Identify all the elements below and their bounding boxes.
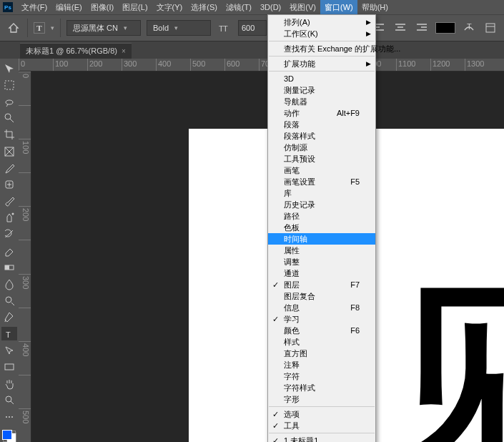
svg-rect-13 [5,364,14,370]
font-family-select[interactable]: 思源黑体 CN▾ [66,20,141,36]
menu-item[interactable]: 3D [268,73,375,84]
rectangle-tool[interactable] [1,360,17,373]
menu-item[interactable]: 属性 [268,245,375,256]
svg-point-15 [6,416,7,418]
crop-tool[interactable] [1,128,17,142]
menubar-item[interactable]: 图层(L) [118,0,152,14]
ruler-horizontal[interactable]: 0100200300400500600700800900100011001200… [19,59,504,72]
quick-select-tool[interactable] [1,112,17,125]
font-family-value: 思源黑体 CN [73,23,118,34]
align-center-button[interactable] [392,20,408,36]
warp-text-button[interactable]: T [461,20,477,36]
menu-item[interactable]: 图层F7✓ [268,279,375,290]
menu-item[interactable]: 图层复合 [268,290,375,302]
type-tool[interactable]: T [1,327,17,340]
menu-item[interactable]: 历史记录 [268,199,375,210]
menu-item[interactable]: 信息F8 [268,302,375,313]
menubar-item[interactable]: 文字(Y) [152,0,187,14]
menu-item[interactable]: 字符 [268,370,375,382]
menu-item[interactable]: 段落 [268,119,375,130]
blur-tool[interactable] [1,277,17,290]
menu-item[interactable]: 直方图 [268,348,375,359]
menubar: Ps 文件(F)编辑(E)图像(I)图层(L)文字(Y)选择(S)滤镜(T)3D… [0,0,504,14]
close-icon[interactable]: × [122,47,126,55]
home-button[interactable] [6,20,21,36]
menu-item[interactable]: 样式 [268,336,375,348]
gradient-tool[interactable] [1,260,17,274]
hand-tool[interactable] [1,377,17,391]
eyedropper-tool[interactable] [1,161,17,175]
svg-point-5 [5,114,11,119]
font-weight-select[interactable]: Bold▾ [147,20,211,36]
menubar-item[interactable]: 3D(D) [256,0,285,14]
text-color-swatch[interactable] [435,22,455,34]
path-select-tool[interactable] [1,343,17,357]
menu-item[interactable]: 调整 [268,256,375,267]
type-tool-indicator[interactable]: T [34,22,45,34]
menu-item[interactable]: 扩展功能▶ [268,58,375,69]
menu-item[interactable]: 画笔 [268,164,375,176]
menu-item[interactable]: 字形 [268,393,375,405]
move-tool[interactable] [1,62,17,75]
menubar-item[interactable]: 编辑(E) [51,0,87,14]
menu-item[interactable]: 导航器 [268,96,375,107]
menu-item[interactable]: 测量记录 [268,84,375,96]
svg-point-14 [6,396,11,402]
menu-item[interactable]: 段落样式 [268,130,375,142]
menubar-item[interactable]: 文件(F) [17,0,51,14]
ruler-vertical[interactable]: 0100200300400500 [19,72,31,442]
tool-preset-chevron[interactable]: ▾ [51,24,54,31]
menu-item[interactable]: 查找有关 Exchange 的扩展功能... [268,43,375,54]
menu-item[interactable]: 库 [268,187,375,199]
menubar-item[interactable]: 图像(I) [87,0,118,14]
menu-item[interactable]: 时间轴 [268,233,375,245]
menu-item[interactable]: 1 未标题1✓ [268,435,375,442]
edit-toolbar-tool[interactable] [1,410,17,423]
menubar-item[interactable]: 窗口(W) [320,0,357,14]
menubar-item[interactable]: 滤镜(T) [222,0,256,14]
zoom-tool[interactable] [1,393,17,407]
menu-item[interactable]: 注释 [268,359,375,370]
menu-item[interactable]: 颜色F6 [268,325,375,336]
document-tab[interactable]: 未标题1 @ 66.7%(RGB/8) × [20,43,132,59]
menu-item[interactable]: 学习✓ [268,313,375,325]
dodge-tool[interactable] [1,294,17,308]
svg-rect-4 [5,81,14,89]
menu-item[interactable]: 排列(A)▶ [268,16,375,28]
pen-tool[interactable] [1,310,17,324]
menu-item[interactable]: 选项✓ [268,408,375,420]
fg-bg-swatch[interactable] [3,431,16,442]
history-brush-tool[interactable] [1,227,17,241]
menubar-item[interactable]: 帮助(H) [357,0,392,14]
menubar-item[interactable]: 视图(V) [285,0,320,14]
healing-tool[interactable] [1,177,17,191]
app-logo: Ps [3,2,13,12]
menu-item[interactable]: 通道 [268,267,375,279]
eraser-tool[interactable] [1,244,17,257]
marquee-tool[interactable] [1,78,17,92]
menu-item[interactable]: 工具预设 [268,153,375,164]
menu-item[interactable]: 画笔设置F5 [268,176,375,187]
menubar-item[interactable]: 选择(S) [187,0,222,14]
menu-item[interactable]: 仿制源 [268,142,375,153]
check-icon: ✓ [272,435,279,442]
font-size-icon: TT [217,20,232,36]
menu-item[interactable]: 动作Alt+F9 [268,107,375,119]
document-tab-title: 未标题1 @ 66.7%(RGB/8) [26,46,117,57]
clone-tool[interactable] [1,211,17,225]
menu-item[interactable]: 工作区(K)▶ [268,28,375,39]
font-size-input[interactable]: 600 [238,20,267,36]
menu-item[interactable]: 字符样式 [268,382,375,393]
check-icon: ✓ [272,408,279,420]
brush-tool[interactable] [1,195,17,208]
menu-separator [269,41,375,41]
options-bar: T ▾ 思源黑体 CN▾ Bold▾ TT 600 T [0,14,504,41]
char-panel-button[interactable] [483,20,498,36]
svg-rect-3 [486,24,495,32]
align-right-button[interactable] [414,20,430,36]
lasso-tool[interactable] [1,94,17,108]
menu-item[interactable]: 路径 [268,210,375,222]
frame-tool[interactable] [1,144,17,158]
menu-item[interactable]: 色板 [268,222,375,233]
menu-item[interactable]: 工具✓ [268,420,375,431]
